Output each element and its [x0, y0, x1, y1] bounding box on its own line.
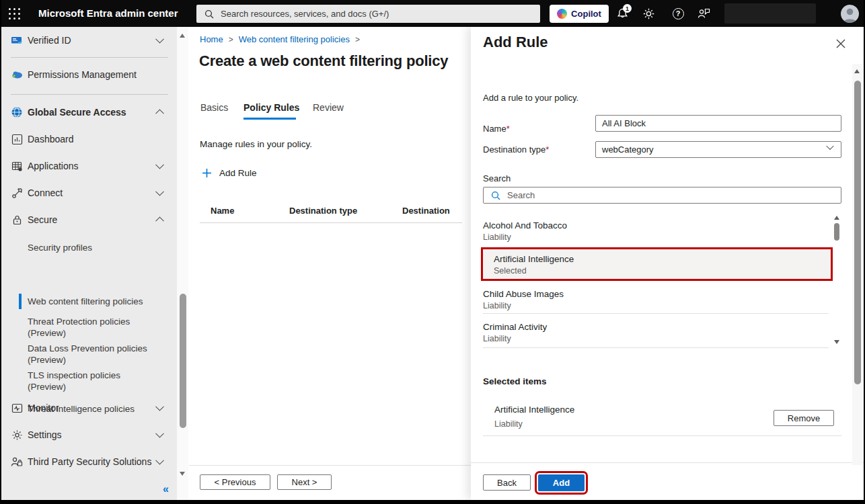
- sidebar-item-monitor[interactable]: Monitor: [1, 400, 177, 416]
- close-icon[interactable]: [835, 38, 846, 49]
- scroll-up-arrow-icon[interactable]: [180, 34, 185, 38]
- sidebar-subitem-label: Security profiles: [28, 243, 92, 253]
- applications-icon: [11, 160, 23, 172]
- rule-name-input[interactable]: [595, 115, 841, 132]
- copilot-button[interactable]: Copilot: [550, 5, 609, 23]
- scrollbar-thumb[interactable]: [854, 81, 861, 384]
- app-launcher-icon[interactable]: [9, 8, 21, 20]
- global-search-box[interactable]: [196, 5, 540, 23]
- sidebar-item-global-secure-access[interactable]: Global Secure Access: [1, 104, 177, 120]
- main-footer-divider: [189, 465, 471, 466]
- required-marker: *: [546, 144, 549, 155]
- next-button[interactable]: Next >: [277, 474, 332, 490]
- category-search-input[interactable]: [507, 190, 817, 200]
- sidebar-item-third-party-security-solutions[interactable]: Third Party Security Solutions: [1, 454, 177, 470]
- sidebar-scrollbar[interactable]: [177, 27, 188, 500]
- connect-icon: [11, 187, 23, 199]
- sidebar-item-label: Permissions Management: [28, 69, 137, 80]
- category-row-criminal-activity[interactable]: Criminal Activity Liability: [483, 316, 829, 348]
- dashboard-icon: [11, 133, 23, 145]
- chevron-up-icon: [155, 109, 164, 118]
- scrollbar-thumb[interactable]: [180, 294, 186, 428]
- sidebar-item-settings[interactable]: Settings: [1, 427, 177, 443]
- back-button[interactable]: Back: [483, 474, 531, 491]
- category-status: Selected: [494, 266, 831, 276]
- category-search-box[interactable]: [483, 187, 841, 204]
- sidebar-item-web-content-filtering-policies[interactable]: Web content filtering policies: [28, 296, 143, 307]
- sidebar-item-label: Applications: [28, 161, 79, 171]
- add-button-highlighted[interactable]: Add: [538, 474, 585, 491]
- globe-icon: [11, 106, 23, 118]
- list-scroll-up-arrow-icon[interactable]: [834, 216, 839, 220]
- sidebar-item-tls-inspection-policies[interactable]: TLS inspection policies (Preview): [28, 370, 120, 392]
- destination-type-select[interactable]: webCategory: [595, 141, 841, 158]
- chevron-down-icon: [155, 35, 164, 44]
- scroll-up-arrow-icon[interactable]: [854, 69, 860, 73]
- help-button[interactable]: ?: [669, 0, 687, 27]
- sidebar-collapse-button[interactable]: «: [163, 483, 169, 495]
- sidebar-item-connect[interactable]: Connect: [1, 185, 177, 201]
- category-row-alcohol-and-tobacco[interactable]: Alcohol And Tobacco Liability: [483, 214, 829, 245]
- breadcrumb-link-web-content-filtering-policies[interactable]: Web content filtering policies: [239, 34, 350, 44]
- remove-button[interactable]: Remove: [774, 410, 834, 426]
- destination-type-field-label: Destination type*: [483, 144, 549, 155]
- scroll-down-arrow-icon[interactable]: [180, 472, 185, 476]
- feedback-icon: [698, 7, 710, 19]
- top-bar: Microsoft Entra admin center Copilot 1 ?: [0, 0, 865, 27]
- sidebar: Verified ID Permissions Management Globa…: [1, 27, 177, 500]
- search-icon: [204, 9, 214, 19]
- search-icon: [491, 191, 500, 200]
- sidebar-item-label: Monitor: [28, 403, 59, 413]
- sidebar-item-verified-id[interactable]: Verified ID: [1, 32, 177, 48]
- sidebar-subitem-suffix: (Preview): [28, 354, 147, 366]
- breadcrumb-link-home[interactable]: Home: [200, 34, 223, 44]
- chevron-down-icon: [155, 403, 164, 411]
- sidebar-item-label: Secure: [28, 214, 57, 225]
- breadcrumb-separator: >: [355, 35, 360, 44]
- sidebar-item-threat-protection-policies[interactable]: Threat Protection policies (Preview): [28, 316, 130, 339]
- tab-policy-rules[interactable]: Policy Rules: [243, 102, 299, 113]
- verified-id-icon: [11, 34, 23, 46]
- selected-items-heading: Selected items: [483, 376, 547, 386]
- sidebar-item-data-loss-prevention-policies[interactable]: Data Loss Prevention policies (Preview): [28, 343, 147, 366]
- feedback-button[interactable]: [694, 0, 713, 27]
- sidebar-item-label: Third Party Security Solutions: [28, 456, 151, 467]
- sidebar-item-dashboard[interactable]: Dashboard: [1, 131, 177, 147]
- global-search-input[interactable]: [221, 9, 510, 19]
- monitor-icon: [11, 402, 23, 414]
- notifications-button[interactable]: 1: [613, 0, 632, 27]
- panel-scrollbar[interactable]: [852, 64, 862, 465]
- breadcrumb-separator: >: [229, 35, 233, 44]
- sidebar-subitem-label: Web content filtering policies: [28, 296, 143, 306]
- tab-review[interactable]: Review: [313, 102, 344, 113]
- gear-icon: [642, 7, 655, 20]
- add-rule-panel: Add Rule Add a rule to your policy. Name…: [471, 27, 864, 500]
- gear-icon: [11, 429, 23, 441]
- previous-button[interactable]: < Previous: [200, 474, 270, 490]
- category-row-child-abuse-images[interactable]: Child Abuse Images Liability: [483, 284, 829, 314]
- tab-basics[interactable]: Basics: [200, 102, 228, 113]
- panel-description: Add a rule to your policy.: [483, 93, 578, 103]
- account-info-block: [724, 3, 816, 24]
- add-rule-button[interactable]: Add Rule: [202, 168, 257, 178]
- category-name: Child Abuse Images: [483, 289, 829, 299]
- copilot-icon: [557, 9, 567, 19]
- column-header-destination-type: Destination type: [289, 206, 357, 216]
- list-scroll-down-arrow-icon[interactable]: [834, 340, 839, 344]
- category-row-artificial-intelligence-highlighted[interactable]: Artificial Intelligence Selected: [481, 247, 833, 281]
- sidebar-subitem-label: TLS inspection policies: [28, 370, 120, 381]
- list-scrollbar-thumb[interactable]: [834, 223, 839, 241]
- sidebar-item-label: Settings: [28, 429, 62, 440]
- chevron-down-icon: [826, 142, 833, 149]
- sidebar-item-permissions-management[interactable]: Permissions Management: [1, 67, 177, 83]
- avatar[interactable]: [841, 5, 859, 23]
- portal-settings-button[interactable]: [639, 0, 658, 27]
- permissions-management-icon: [11, 69, 23, 81]
- sidebar-item-secure[interactable]: Secure: [1, 212, 177, 228]
- sidebar-item-applications[interactable]: Applications: [1, 158, 177, 174]
- sidebar-divider: [11, 94, 168, 95]
- copilot-label: Copilot: [571, 9, 601, 19]
- sidebar-item-security-profiles[interactable]: Security profiles: [28, 242, 92, 253]
- sidebar-subitem-suffix: (Preview): [28, 381, 120, 392]
- app-title: Microsoft Entra admin center: [38, 0, 178, 27]
